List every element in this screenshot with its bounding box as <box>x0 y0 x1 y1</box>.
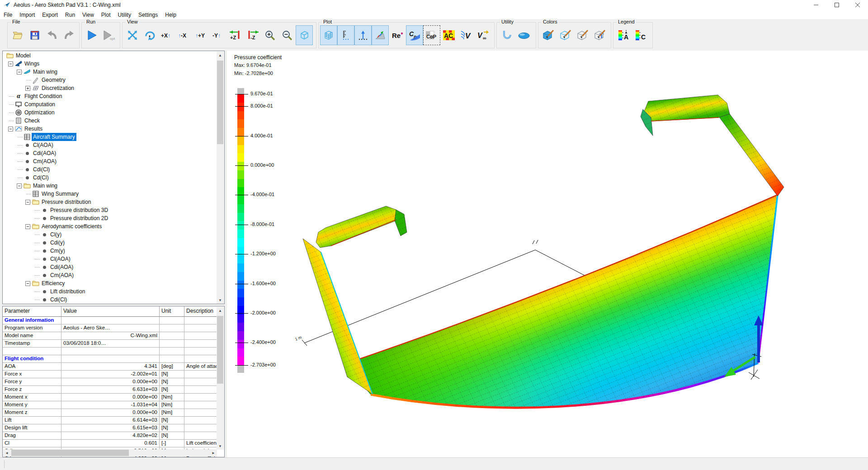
tree-item-discretization[interactable]: Discretization <box>3 84 217 92</box>
tree-item-lift-distribution[interactable]: Lift distribution <box>3 287 217 296</box>
tree-item-wings[interactable]: Wings <box>3 60 217 68</box>
table-row[interactable]: Cl0.601[-]Lift coefficient, refers to th… <box>3 440 217 447</box>
view-plus-z-button[interactable]: +Z <box>227 25 244 45</box>
tree-item-cl-aoa-[interactable]: Cl(AOA) <box>3 141 217 149</box>
table-row[interactable]: Program versionAeolus - Aero Ske… <box>3 324 217 332</box>
save-button[interactable] <box>26 25 43 45</box>
collapse-toggle[interactable] <box>8 61 13 66</box>
view-minus-z-button[interactable]: -Z <box>244 25 261 45</box>
tree-item-aircraft-summary[interactable]: Aircraft Summary <box>3 133 217 141</box>
viewport-3d[interactable]: Pressure coefficient Max: 9.6704e-01 Min… <box>227 51 868 457</box>
plot-reynolds-button[interactable]: Re <box>389 25 406 45</box>
menu-help[interactable]: Help <box>161 11 180 19</box>
column-header-description[interactable]: Description <box>184 306 217 316</box>
tree-vertical-scrollbar[interactable]: ▲ ▼ <box>217 52 224 304</box>
color-wireframe-button[interactable] <box>557 25 574 45</box>
tree-item-cd-cl-[interactable]: Cd(Cl) <box>3 174 217 182</box>
table-horizontal-scrollbar[interactable]: ◄ ► <box>3 449 217 456</box>
scroll-thumb[interactable] <box>11 450 129 456</box>
redo-button[interactable] <box>61 25 78 45</box>
tree-item-cm-y-[interactable]: Cm(y) <box>3 247 217 255</box>
view-plus-x-button[interactable]: +X↑ <box>158 25 175 45</box>
scroll-right-arrow[interactable]: ► <box>210 449 217 456</box>
color-text-button[interactable]: T <box>591 25 609 45</box>
menu-view[interactable]: View <box>79 11 98 19</box>
plot-cp-button[interactable]: Cp <box>406 25 423 45</box>
run-button[interactable] <box>83 25 100 45</box>
zoom-in-button[interactable] <box>261 25 278 45</box>
table-vertical-scrollbar[interactable]: ▲ ▼ <box>217 307 224 450</box>
legend-custom-button[interactable]: C <box>632 25 649 45</box>
tree-item-computation[interactable]: Computation <box>3 100 217 108</box>
menu-file[interactable]: File <box>0 11 16 19</box>
plot-mesh-button[interactable] <box>320 25 337 45</box>
tree-item-flight-condition[interactable]: αFlight Condition <box>3 92 217 100</box>
collapse-toggle[interactable] <box>8 127 13 132</box>
scroll-thumb[interactable] <box>217 61 223 144</box>
tree-item-check[interactable]: Check <box>3 117 217 125</box>
table-row[interactable] <box>3 348 217 355</box>
table-row[interactable]: AOA4.341[deg]Angle of attack, refers to … <box>3 363 217 371</box>
tree-item-results[interactable]: Results <box>3 125 217 133</box>
table-row[interactable]: Force x-2.002e+01[N] <box>3 371 217 378</box>
table-row[interactable]: Model nameC-Wing.xml <box>3 332 217 340</box>
tree-item-cdi-aoa-[interactable]: Cdi(AOA) <box>3 263 217 271</box>
tree-item-cl-aoa-[interactable]: Cl(AOA) <box>3 255 217 263</box>
plot-velocity-button[interactable]: V <box>458 25 475 45</box>
tree-item-pressure-distribution-3d[interactable]: Pressure distribution 3D <box>3 206 217 214</box>
tree-item-cl-y-[interactable]: Cl(y) <box>3 230 217 239</box>
view-minus-y-button[interactable]: -Y↑ <box>210 25 227 45</box>
scroll-up-arrow[interactable]: ▲ <box>217 307 224 314</box>
color-grid-button[interactable] <box>574 25 591 45</box>
scroll-left-arrow[interactable]: ◄ <box>3 449 10 456</box>
view-minus-x-button[interactable]: ↑-X <box>175 25 193 45</box>
plot-vinf-button[interactable]: V∞ <box>475 25 492 45</box>
perspective-cube-button[interactable] <box>296 25 313 45</box>
view-plus-y-button[interactable]: ↑+Y <box>193 25 210 45</box>
close-button[interactable] <box>847 0 868 10</box>
collapse-toggle[interactable] <box>25 200 30 205</box>
scroll-down-arrow[interactable]: ▼ <box>217 296 224 304</box>
tree-item-main-wing[interactable]: Main wing <box>3 68 217 76</box>
table-row[interactable]: Drag4.820e+02[N] <box>3 432 217 440</box>
tree-item-model[interactable]: Model <box>3 52 217 60</box>
table-row[interactable]: Lift6.614e+03[N] <box>3 417 217 424</box>
tree-item-cm-aoa-[interactable]: Cm(AOA) <box>3 271 217 279</box>
menu-export[interactable]: Export <box>38 11 61 19</box>
column-header-parameter[interactable]: Parameter <box>3 306 61 316</box>
menu-plot[interactable]: Plot <box>98 11 114 19</box>
menu-run[interactable]: Run <box>61 11 79 19</box>
menu-settings[interactable]: Settings <box>135 11 161 19</box>
scroll-down-arrow[interactable]: ▼ <box>217 442 224 450</box>
collapse-toggle[interactable] <box>25 281 30 286</box>
collapse-toggle[interactable] <box>17 70 22 75</box>
tree-item-efficiency[interactable]: Efficiency <box>3 279 217 287</box>
table-row[interactable]: Moment y-1.031e+04[Nm] <box>3 401 217 409</box>
table-row[interactable]: Moment z0.000e+00[Nm] <box>3 409 217 417</box>
menu-utility[interactable]: Utility <box>114 11 135 19</box>
collapse-toggle[interactable] <box>17 183 22 188</box>
tree-item-pressure-distribution-2d[interactable]: Pressure distribution 2D <box>3 214 217 222</box>
tree-item-cdi-y-[interactable]: Cdi(y) <box>3 239 217 247</box>
fit-view-button[interactable] <box>124 25 141 45</box>
table-row[interactable]: Flight condition <box>3 355 217 363</box>
collapse-toggle[interactable] <box>25 224 30 229</box>
color-solid-button[interactable] <box>540 25 557 45</box>
tree-item-geometry[interactable]: Geometry <box>3 76 217 84</box>
tree-item-optimization[interactable]: Optimization <box>3 108 217 117</box>
plot-ac-button[interactable]: AC <box>440 25 458 45</box>
run-optimization-button[interactable]: opt <box>100 25 118 45</box>
table-row[interactable]: Design lift6.615e+03[N] <box>3 424 217 432</box>
utility-airfoil-button[interactable] <box>498 25 515 45</box>
plot-scale-button[interactable] <box>337 25 354 45</box>
utility-planform-button[interactable] <box>515 25 533 45</box>
tree-item-cdi-aoa-[interactable]: Cdi(AOA) <box>3 149 217 157</box>
table-row[interactable]: Force z6.631e+03[N] <box>3 386 217 394</box>
expand-toggle[interactable] <box>25 86 30 91</box>
scroll-thumb[interactable] <box>217 316 223 384</box>
undo-button[interactable] <box>43 25 61 45</box>
table-row[interactable]: Moment x0.000e+00[Nm] <box>3 394 217 401</box>
table-row[interactable]: Timestamp03/06/2018 18:0… <box>3 340 217 348</box>
tree-item-cm-aoa-[interactable]: Cm(AOA) <box>3 157 217 165</box>
plot-cop-button[interactable]: CoP <box>423 25 440 45</box>
